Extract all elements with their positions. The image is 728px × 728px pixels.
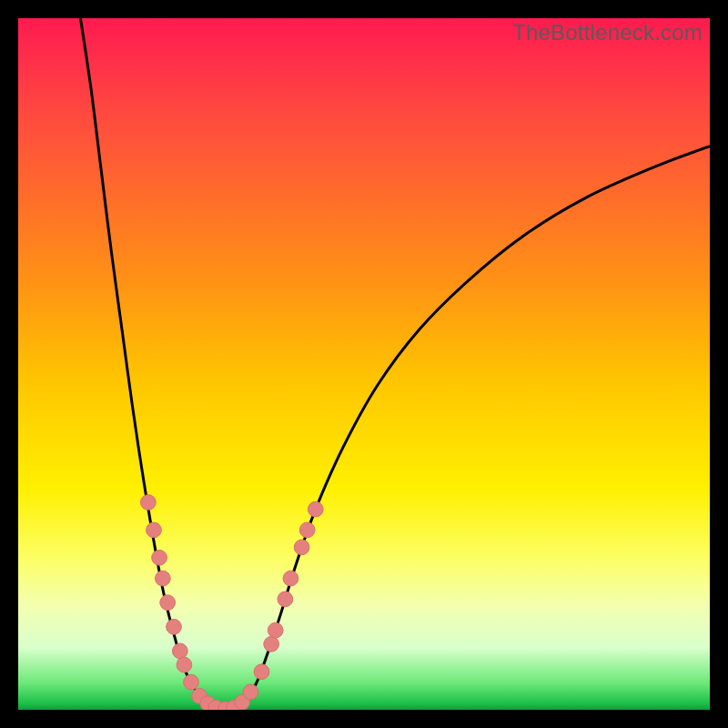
curve-valley-curve-right: [226, 147, 710, 710]
data-marker: [264, 636, 279, 652]
marker-group: [141, 495, 324, 710]
data-marker: [278, 592, 293, 607]
data-marker: [308, 501, 323, 517]
data-marker: [167, 619, 182, 634]
data-marker: [299, 522, 315, 538]
plot-frame: TheBottleneck.com: [18, 18, 710, 710]
data-marker: [254, 664, 269, 680]
data-marker: [177, 657, 192, 672]
plot-overlay-svg: [18, 18, 710, 710]
data-marker: [155, 571, 170, 586]
data-marker: [243, 684, 258, 700]
data-marker: [294, 540, 309, 555]
data-marker: [147, 522, 162, 538]
data-marker: [160, 595, 176, 611]
data-marker: [184, 674, 199, 690]
data-marker: [172, 643, 187, 659]
data-marker: [283, 571, 298, 586]
curve-valley-curve-left: [80, 18, 226, 710]
data-marker: [152, 550, 167, 565]
data-marker: [268, 622, 283, 638]
watermark-text: TheBottleneck.com: [512, 20, 703, 46]
data-marker: [141, 495, 157, 511]
